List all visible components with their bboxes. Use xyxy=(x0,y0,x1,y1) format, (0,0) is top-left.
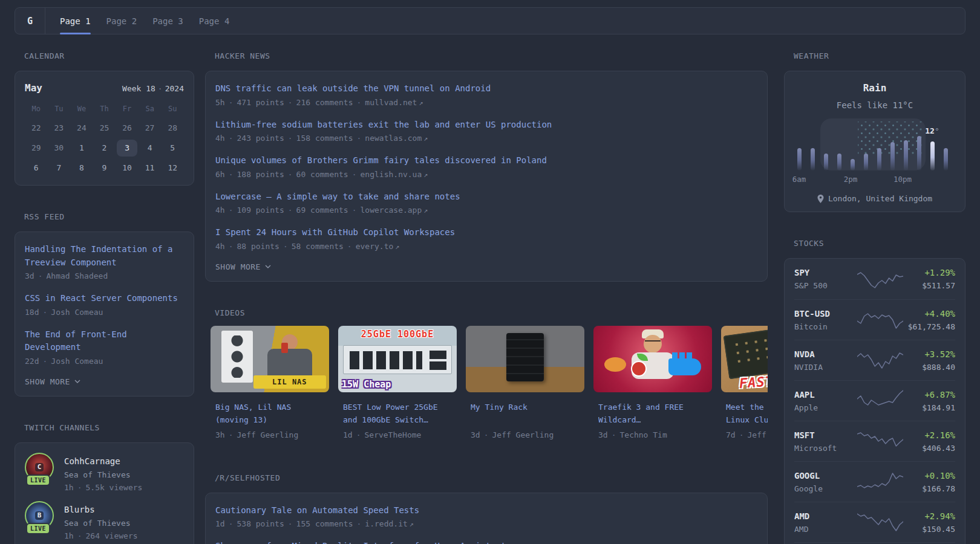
hn-item: Lowercase – A simple way to take and sha… xyxy=(215,190,757,216)
video-thumbnail[interactable]: LIL NAS xyxy=(211,326,329,392)
twitch-meta: 1h·264 viewers xyxy=(64,531,138,541)
calendar-week-year: Week 18·2024 xyxy=(122,84,184,93)
calendar-day: 10 xyxy=(117,160,137,176)
calendar-day: 8 xyxy=(71,160,92,176)
hn-item-title[interactable]: DNS traffic can leak outside the VPN tun… xyxy=(215,82,757,96)
video-meta: 7d·Jeff Geerling xyxy=(726,430,768,439)
hn-item-meta: 4h·88 points·58 comments·every.to↗ xyxy=(215,241,757,252)
calendar-day: 6 xyxy=(26,160,47,176)
rss-show-more-button[interactable]: SHOW MORE xyxy=(25,377,184,386)
video-thumbnail[interactable]: 25GbE 100GbE 15W Cheap xyxy=(338,326,457,392)
video-card-tiny-rack[interactable]: My Tiny Rack 3d·Jeff Geerling xyxy=(466,326,584,439)
hn-item: DNS traffic can leak outside the VPN tun… xyxy=(215,82,757,108)
stock-row-btc[interactable]: BTC-USDBitcoin +4.40%$61,725.48 xyxy=(794,299,955,340)
stock-sparkline xyxy=(857,510,903,534)
video-thumbnail[interactable]: FAST xyxy=(721,326,768,392)
stock-name: Microsoft xyxy=(794,443,850,453)
hn-show-more-button[interactable]: SHOW MORE xyxy=(215,262,757,271)
weather-section-label: WEATHER xyxy=(794,51,965,60)
calendar-day: 25 xyxy=(94,120,115,137)
stock-change: +4.40% xyxy=(903,308,955,319)
external-link-icon: ↗ xyxy=(423,206,428,215)
live-badge: LIVE xyxy=(27,476,49,485)
stock-name: S&P 500 xyxy=(794,280,850,291)
videos-section-label: VIDEOS xyxy=(215,308,768,317)
tab-page-2[interactable]: Page 2 xyxy=(106,8,137,34)
motherboard-art xyxy=(724,326,768,379)
twitch-channel-blurbs[interactable]: B LIVE Blurbs Sea of Thieves 1h·264 view… xyxy=(25,501,184,541)
hn-item-domain-link[interactable]: english.nv.ua↗ xyxy=(361,170,428,179)
video-card-linux-cluster[interactable]: FAST Meet the Linux Clu 7d·Jeff Geerling xyxy=(721,326,768,439)
external-link-icon: ↗ xyxy=(423,170,428,179)
tab-page-1[interactable]: Page 1 xyxy=(60,8,91,34)
stock-price: $61,725.48 xyxy=(903,322,955,332)
reddit-item-title[interactable]: Showcase of my Mixed Reality Interface f… xyxy=(215,540,757,544)
video-thumbnail[interactable] xyxy=(466,326,584,392)
stock-row-nvda[interactable]: NVDANVIDIA +3.52%$888.40 xyxy=(794,340,955,380)
hn-item-title[interactable]: Unique volumes of Brothers Grimm fairy t… xyxy=(215,154,757,167)
stock-name: Apple xyxy=(794,403,850,413)
video-meta: 3h·Jeff Geerling xyxy=(215,430,324,439)
rss-item-title[interactable]: CSS in React Server Components xyxy=(25,292,184,305)
reddit-item-title[interactable]: Cautionary Tale on Automated Speed Tests xyxy=(215,504,757,517)
stock-row-aapl[interactable]: AAPLApple +6.87%$184.91 xyxy=(794,380,955,421)
video-title[interactable]: My Tiny Rack xyxy=(471,401,580,427)
chevron-down-icon xyxy=(265,265,271,268)
hn-item-meta: 4h·109 points·69 comments·lowercase.app↗ xyxy=(215,205,757,216)
video-card-traefik[interactable]: Traefik 3 and FREE Wildcard… 3d·Techno T… xyxy=(593,326,712,439)
calendar-day: 7 xyxy=(49,160,70,176)
hn-item-domain-link[interactable]: mullvad.net↗ xyxy=(365,98,423,107)
external-link-icon: ↗ xyxy=(419,99,423,107)
stock-row-googl[interactable]: GOOGLGoogle +0.10%$166.78 xyxy=(794,461,955,502)
calendar-day: 4 xyxy=(140,140,160,157)
rss-item-meta: 22d·Josh Comeau xyxy=(25,356,184,367)
stock-row-msft[interactable]: MSFTMicrosoft +2.16%$406.43 xyxy=(794,421,955,461)
video-title[interactable]: Big NAS, Lil NAS (moving 13) xyxy=(215,401,324,427)
video-meta: 1d·ServeTheHome xyxy=(343,430,452,439)
stock-row-amd[interactable]: AMDAMD +2.94%$150.45 xyxy=(794,502,955,542)
weekday-label: Mo xyxy=(25,103,48,117)
weather-location: London, United Kingdom xyxy=(794,194,955,203)
hn-item-domain-link[interactable]: lowercase.app↗ xyxy=(361,206,428,215)
stock-name: AMD xyxy=(794,524,850,534)
calendar-day: 5 xyxy=(162,140,183,157)
hour-label: 10pm xyxy=(893,175,912,184)
calendar-section-label: CALENDAR xyxy=(24,51,194,60)
dot-separator: · xyxy=(38,271,43,280)
weather-hourly-chart: 12° xyxy=(794,118,955,170)
weather-widget: WEATHER Rain Feels like 11°C 12° 6am 2pm… xyxy=(784,51,965,212)
stock-change: +6.87% xyxy=(903,389,955,400)
video-title[interactable]: Traefik 3 and FREE Wildcard… xyxy=(598,401,707,427)
videos-carousel[interactable]: LIL NAS Big NAS, Lil NAS (moving 13) 3h·… xyxy=(211,326,768,439)
app-logo[interactable]: G xyxy=(15,8,45,34)
calendar-widget: CALENDAR May Week 18·2024 Mo Tu We Th Fr… xyxy=(15,51,194,186)
twitch-channel-cohhcarnage[interactable]: C LIVE CohhCarnage Sea of Thieves 1h·5.5… xyxy=(25,453,184,493)
stock-change: +0.10% xyxy=(903,470,955,481)
weekday-label: Sa xyxy=(139,103,162,117)
rss-item-title[interactable]: Handling The Indentation of a Treeview C… xyxy=(25,243,184,269)
weather-bar xyxy=(811,148,815,170)
video-title[interactable]: Meet the Linux Clu xyxy=(726,401,768,427)
weekday-label: Fr xyxy=(116,103,139,117)
calendar-month: May xyxy=(25,82,42,94)
hn-item-meta: 6h·188 points·60 comments·english.nv.ua↗ xyxy=(215,169,757,180)
hn-item: Lithium-free sodium batteries exit the l… xyxy=(215,118,757,144)
video-card-big-nas[interactable]: LIL NAS Big NAS, Lil NAS (moving 13) 3h·… xyxy=(211,326,329,439)
hn-item-title[interactable]: Lowercase – A simple way to take and sha… xyxy=(215,190,757,204)
hn-item-domain-link[interactable]: every.to↗ xyxy=(356,242,400,251)
hn-item-title[interactable]: Lithium-free sodium batteries exit the l… xyxy=(215,118,757,132)
thumb-headline-text: 25GbE 100GbE xyxy=(338,329,457,340)
stock-row-spy[interactable]: SPYS&P 500 +1.29%$511.57 xyxy=(794,259,955,299)
hn-item-title[interactable]: I Spent 24 Hours with GitHub Copilot Wor… xyxy=(215,226,757,239)
weather-bar xyxy=(837,154,841,170)
rss-item-title[interactable]: The End of Front-End Development xyxy=(25,328,184,354)
video-card-switch[interactable]: 25GbE 100GbE 15W Cheap BEST Low Power 25… xyxy=(338,326,457,439)
stock-symbol: NVDA xyxy=(794,349,850,360)
hn-item-domain-link[interactable]: newatlas.com↗ xyxy=(365,134,428,143)
video-thumbnail[interactable] xyxy=(593,326,712,392)
weather-bar xyxy=(890,142,895,170)
video-title[interactable]: BEST Low Power 25GbE and 100GbE Switch… xyxy=(343,401,452,427)
reddit-item-domain-link[interactable]: i.redd.it↗ xyxy=(365,519,414,528)
tab-page-4[interactable]: Page 4 xyxy=(199,8,230,34)
tab-page-3[interactable]: Page 3 xyxy=(152,8,183,34)
